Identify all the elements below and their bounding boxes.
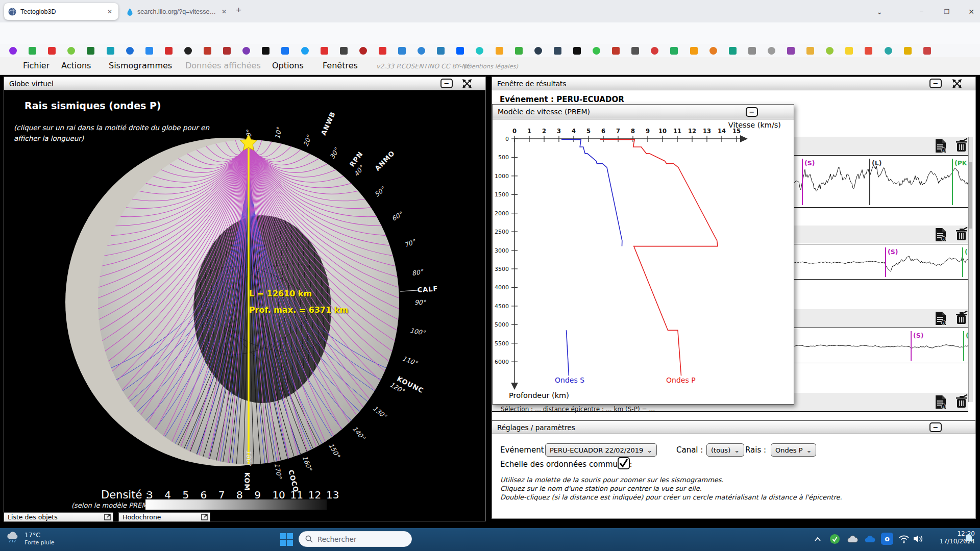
tray-volume-icon[interactable] (913, 534, 924, 544)
tray-cloud-gray-icon[interactable] (846, 535, 860, 543)
menu-item-fen-tres[interactable]: Fenêtres (323, 61, 358, 70)
bookmark-favicon[interactable] (826, 47, 834, 55)
window-minimize-button[interactable]: − (913, 5, 930, 18)
bookmark-favicon[interactable] (321, 47, 328, 55)
phase-marker[interactable] (885, 247, 886, 277)
phase-marker[interactable] (962, 247, 963, 277)
common-scale-checkbox[interactable] (618, 457, 630, 469)
tab-list-chevron-icon[interactable]: ⌄ (871, 5, 888, 18)
bookmark-favicon[interactable] (184, 47, 192, 55)
minimized-tab-hodochrone[interactable]: Hodochrone (118, 512, 210, 522)
phase-marker[interactable] (963, 331, 964, 361)
tab-lilo-search[interactable]: search.lilo.org/?q=vitesse+onde ✕ (122, 3, 233, 20)
phase-marker[interactable] (802, 159, 803, 205)
scrollbar-thumb[interactable] (969, 162, 972, 229)
bookmark-favicon[interactable] (923, 47, 931, 55)
channel-select[interactable]: (tous)⌄ (706, 443, 744, 457)
bookmark-favicon[interactable] (281, 47, 289, 55)
event-select[interactable]: PERU-ECUADOR 22/02/2019⌄ (545, 443, 657, 457)
popup-window-icon[interactable] (201, 514, 208, 520)
menu-item-sismogrammes[interactable]: Sismogrammes (109, 61, 172, 70)
bookmark-favicon[interactable] (690, 47, 698, 55)
weather-icon[interactable] (5, 531, 21, 544)
delete-trace-button[interactable] (955, 311, 969, 325)
bookmark-favicon[interactable] (554, 47, 561, 55)
bookmark-favicon[interactable] (904, 47, 912, 55)
start-button[interactable] (280, 533, 293, 548)
tab-close-icon[interactable]: ✕ (105, 7, 114, 16)
legal-link[interactable]: (mentions légales) (463, 63, 518, 70)
bookmark-favicon[interactable] (496, 47, 503, 55)
new-tab-button[interactable]: + (236, 5, 241, 16)
bookmark-favicon[interactable] (398, 47, 406, 55)
tray-onedrive-icon[interactable] (864, 535, 877, 543)
delete-trace-button[interactable] (955, 227, 969, 241)
bookmark-favicon[interactable] (476, 47, 483, 55)
station-info-button[interactable]: i (935, 311, 949, 325)
tray-wifi-icon[interactable] (898, 534, 910, 544)
bookmark-favicon[interactable] (340, 47, 348, 55)
bookmark-favicon[interactable] (748, 47, 756, 55)
window-close-button[interactable]: ✕ (963, 5, 980, 18)
globe-expand-icon[interactable] (461, 78, 473, 91)
bookmark-favicon[interactable] (67, 47, 75, 55)
bookmark-favicon[interactable] (48, 47, 56, 55)
bookmark-favicon[interactable] (845, 47, 853, 55)
bookmark-favicon[interactable] (262, 47, 270, 55)
globe-minimize-button[interactable]: − (440, 79, 453, 88)
bookmark-favicon[interactable] (612, 47, 620, 55)
rays-select[interactable]: Ondes P⌄ (771, 443, 816, 457)
menu-item-fichier[interactable]: Fichier (23, 61, 50, 70)
bookmark-favicon[interactable] (242, 47, 250, 55)
window-restore-button[interactable]: ❐ (938, 5, 955, 18)
tray-antivirus-check-icon[interactable] (830, 534, 840, 544)
taskbar-search[interactable]: Rechercher (299, 531, 412, 547)
bookmark-favicon[interactable] (126, 47, 134, 55)
bookmark-favicon[interactable] (651, 47, 658, 55)
tab-tectoglob3d[interactable]: Tectoglob3D ✕ (4, 3, 118, 20)
tray-notification-bell-icon[interactable] (964, 533, 974, 545)
bookmark-favicon[interactable] (9, 47, 17, 55)
delete-trace-button[interactable] (955, 394, 969, 409)
prem-minimize-button[interactable]: − (746, 107, 758, 117)
results-panel-header[interactable]: Fenêtre de résultats − (492, 77, 976, 90)
bookmark-favicon[interactable] (534, 47, 542, 55)
bookmark-favicon[interactable] (223, 47, 231, 55)
menu-item-actions[interactable]: Actions (61, 61, 91, 70)
bookmark-favicon[interactable] (29, 47, 36, 55)
globe-panel-header[interactable]: Globe virtuel − (4, 77, 486, 90)
settings-panel-header[interactable]: Réglages / paramètres − (492, 420, 976, 434)
bookmark-favicon[interactable] (865, 47, 872, 55)
bookmark-favicon[interactable] (593, 47, 600, 55)
bookmark-favicon[interactable] (806, 47, 814, 55)
bookmark-favicon[interactable] (515, 47, 523, 55)
prem-window-header[interactable]: Modèle de vitesse (PREM) − (493, 105, 794, 119)
bookmark-favicon[interactable] (165, 47, 173, 55)
tray-chevron-up-icon[interactable] (814, 533, 822, 545)
results-scrollbar[interactable] (968, 137, 973, 402)
bookmark-favicon[interactable] (670, 47, 678, 55)
bookmark-favicon[interactable] (301, 47, 309, 55)
station-info-button[interactable]: i (935, 395, 949, 409)
results-minimize-button[interactable]: − (929, 79, 942, 88)
minimized-tab-liste-objets[interactable]: Liste des objets (4, 512, 113, 522)
bookmark-favicon[interactable] (456, 47, 464, 55)
tray-outlook-icon[interactable]: o (881, 533, 893, 545)
bookmark-favicon[interactable] (768, 47, 775, 55)
bookmark-favicon[interactable] (709, 47, 717, 55)
bookmark-favicon[interactable] (573, 47, 581, 55)
bookmark-favicon[interactable] (418, 47, 425, 55)
bookmark-favicon[interactable] (145, 47, 153, 55)
bookmark-favicon[interactable] (787, 47, 795, 55)
delete-trace-button[interactable] (955, 138, 969, 153)
phase-marker[interactable] (952, 159, 953, 205)
weather-temp[interactable]: 17°C (24, 531, 40, 539)
bookmark-favicon[interactable] (729, 47, 737, 55)
station-info-button[interactable]: i (935, 139, 949, 153)
station-info-button[interactable]: i (935, 228, 949, 242)
bookmark-favicon[interactable] (359, 47, 367, 55)
virtual-globe[interactable] (4, 90, 485, 512)
popup-window-icon[interactable] (104, 514, 111, 520)
tab-close-icon[interactable]: ✕ (219, 7, 229, 16)
menu-item-options[interactable]: Options (272, 61, 304, 70)
